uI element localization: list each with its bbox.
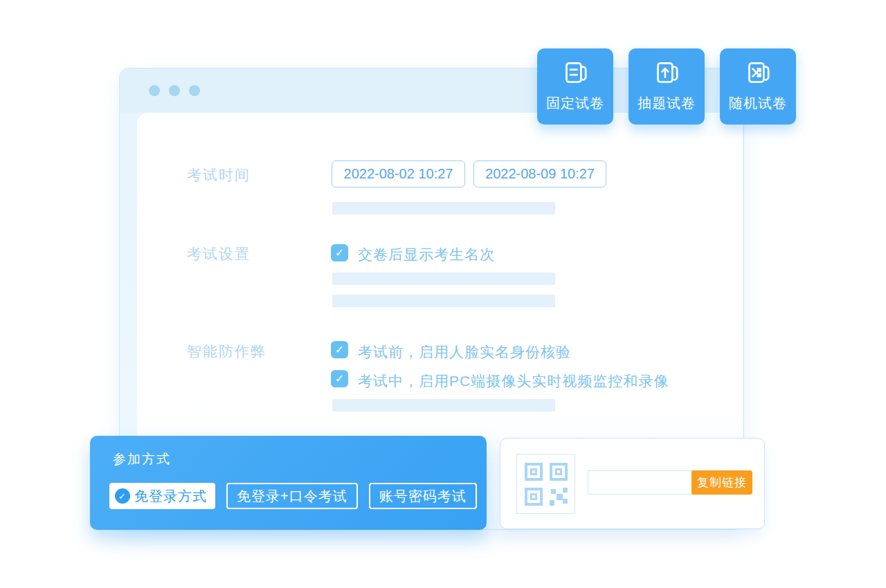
skeleton-bar xyxy=(332,399,555,412)
check-circle-icon: ✓ xyxy=(115,488,130,504)
card-label: 随机试卷 xyxy=(729,94,787,113)
exam-start-time-input[interactable] xyxy=(332,160,465,187)
skeleton-bar xyxy=(332,273,555,285)
camera-monitor-option-label: 考试中，启用PC端摄像头实时视频监控和录像 xyxy=(358,371,669,391)
method-no-login-password-button[interactable]: 免登录+口令考试 xyxy=(226,483,358,509)
card-label: 抽题试卷 xyxy=(638,94,696,113)
share-link-input[interactable] xyxy=(588,470,691,495)
qr-code-icon xyxy=(516,454,575,514)
method-label: 免登录方式 xyxy=(134,487,207,506)
participation-buttons: ✓ 免登录方式 免登录+口令考试 账号密码考试 xyxy=(109,483,477,509)
shuffle-paper-icon xyxy=(742,58,774,90)
upload-paper-icon xyxy=(651,58,682,90)
check-icon: ✓ xyxy=(335,374,344,385)
exam-time-label: 考试时间 xyxy=(187,165,251,185)
method-label: 账号密码考试 xyxy=(379,487,467,506)
camera-monitor-checkbox[interactable]: ✓ xyxy=(331,370,348,387)
method-account-password-button[interactable]: 账号密码考试 xyxy=(369,483,477,509)
exam-end-time-input[interactable] xyxy=(473,160,606,187)
anti-cheat-label: 智能防作弊 xyxy=(187,342,266,361)
participation-panel: 参加方式 ✓ 免登录方式 免登录+口令考试 账号密码考试 xyxy=(90,436,487,530)
card-label: 固定试卷 xyxy=(546,94,604,113)
window-dot-icon xyxy=(169,85,180,96)
rank-display-checkbox[interactable]: ✓ xyxy=(331,244,348,261)
fixed-paper-icon xyxy=(559,58,591,90)
card-random-paper[interactable]: 随机试卷 xyxy=(720,48,796,125)
copy-link-button[interactable]: 复制链接 xyxy=(691,470,752,495)
skeleton-bar xyxy=(332,202,555,214)
face-verify-checkbox[interactable]: ✓ xyxy=(331,341,348,358)
window-dot-icon xyxy=(149,85,160,96)
method-no-login-button[interactable]: ✓ 免登录方式 xyxy=(109,483,215,509)
card-pick-paper[interactable]: 抽题试卷 xyxy=(629,48,705,125)
method-label: 免登录+口令考试 xyxy=(237,487,347,506)
check-icon: ✓ xyxy=(335,344,344,356)
rank-display-option-label: 交卷后显示考生名次 xyxy=(358,245,495,264)
participation-title: 参加方式 xyxy=(113,450,171,468)
window-dot-icon xyxy=(189,85,200,96)
page: 考试时间 考试设置 ✓ 交卷后显示考生名次 智能防作弊 ✓ 考试前，启用人脸实名… xyxy=(0,0,886,588)
check-icon: ✓ xyxy=(335,248,344,259)
skeleton-bar xyxy=(332,295,555,307)
face-verify-option-label: 考试前，启用人脸实名身份核验 xyxy=(358,342,571,362)
card-fixed-paper[interactable]: 固定试卷 xyxy=(537,48,613,125)
share-panel: 复制链接 xyxy=(500,438,765,529)
exam-settings-label: 考试设置 xyxy=(187,244,251,264)
